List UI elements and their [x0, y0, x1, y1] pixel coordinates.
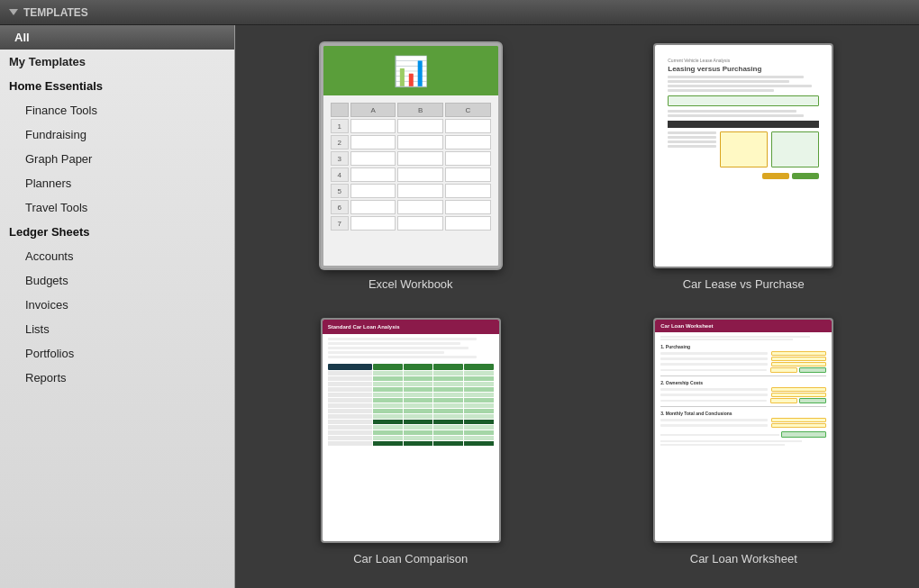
sidebar-item-label: Home Essentials — [9, 79, 103, 93]
sidebar-item-reports[interactable]: Reports — [0, 366, 234, 390]
template-label: Excel Workbook — [369, 277, 453, 291]
sidebar-item-label: Accounts — [25, 249, 73, 263]
sidebar-item-ledger-sheets[interactable]: Ledger Sheets — [0, 220, 234, 244]
sidebar-item-label: Lists — [25, 322, 50, 336]
template-excel-workbook[interactable]: 📊 A B C 1 — [262, 43, 560, 291]
sidebar-item-accounts[interactable]: Accounts — [0, 244, 234, 268]
sidebar: All My Templates Home Essentials Finance… — [0, 25, 235, 588]
sidebar-item-label: Reports — [25, 371, 67, 384]
worksheet-header: Car Loan Worksheet — [655, 320, 832, 332]
template-label: Car Lease vs Purchase — [683, 277, 805, 291]
loan-comp-header: Standard Car Loan Analysis — [323, 320, 499, 334]
main-layout: All My Templates Home Essentials Finance… — [0, 25, 919, 588]
template-thumbnail: Car Loan Worksheet 1. Purchasing — [653, 318, 833, 543]
header-title: TEMPLATES — [9, 6, 88, 19]
sidebar-item-all[interactable]: All — [0, 25, 234, 50]
sidebar-item-label: Planners — [25, 176, 71, 190]
sidebar-item-lists[interactable]: Lists — [0, 317, 234, 341]
sidebar-item-travel-tools[interactable]: Travel Tools — [0, 195, 234, 220]
sidebar-item-portfolios[interactable]: Portfolios — [0, 341, 234, 366]
app-header: TEMPLATES — [0, 0, 919, 25]
worksheet-body: 1. Purchasing — [655, 332, 832, 449]
sidebar-item-label: Portfolios — [25, 347, 74, 360]
sidebar-item-planners[interactable]: Planners — [0, 171, 234, 195]
sidebar-item-budgets[interactable]: Budgets — [0, 268, 234, 293]
excel-icon: 📊 — [393, 54, 429, 88]
template-thumbnail: 📊 A B C 1 — [321, 43, 501, 268]
loan-comp-body — [323, 334, 499, 450]
sidebar-item-my-templates[interactable]: My Templates — [0, 50, 234, 74]
sidebar-item-label: All — [14, 31, 30, 44]
template-car-loan-comparison[interactable]: Standard Car Loan Analysis — [262, 318, 560, 565]
templates-grid: 📊 A B C 1 — [262, 43, 892, 565]
content-area: 📊 A B C 1 — [235, 25, 919, 588]
sidebar-item-label: Finance Tools — [25, 104, 97, 117]
excel-grid: A B C 1 2 — [323, 95, 498, 240]
sidebar-item-label: Invoices — [25, 298, 68, 312]
template-thumbnail: Standard Car Loan Analysis — [321, 318, 501, 543]
excel-header: 📊 — [323, 46, 498, 95]
sidebar-item-label: Ledger Sheets — [9, 225, 90, 239]
sidebar-item-invoices[interactable]: Invoices — [0, 293, 234, 317]
template-car-loan-worksheet[interactable]: Car Loan Worksheet 1. Purchasing — [596, 318, 893, 565]
sidebar-item-fundraising[interactable]: Fundraising — [0, 122, 234, 147]
template-label: Car Loan Worksheet — [690, 552, 797, 565]
template-car-lease[interactable]: Current Vehicle Lease Analysis Leasing v… — [596, 43, 893, 291]
sidebar-item-finance-tools[interactable]: Finance Tools — [0, 98, 234, 122]
sidebar-item-label: Budgets — [25, 274, 68, 287]
template-thumbnail: Current Vehicle Lease Analysis Leasing v… — [653, 43, 833, 268]
triangle-icon — [9, 9, 18, 15]
sidebar-item-graph-paper[interactable]: Graph Paper — [0, 147, 234, 171]
sidebar-item-label: Travel Tools — [25, 201, 87, 214]
header-title-text: TEMPLATES — [23, 6, 88, 19]
sidebar-item-label: Fundraising — [25, 128, 86, 141]
sidebar-item-label: My Templates — [9, 55, 86, 68]
sidebar-item-home-essentials[interactable]: Home Essentials — [0, 74, 234, 98]
template-label: Car Loan Comparison — [353, 552, 468, 565]
sidebar-item-label: Graph Paper — [25, 152, 92, 166]
